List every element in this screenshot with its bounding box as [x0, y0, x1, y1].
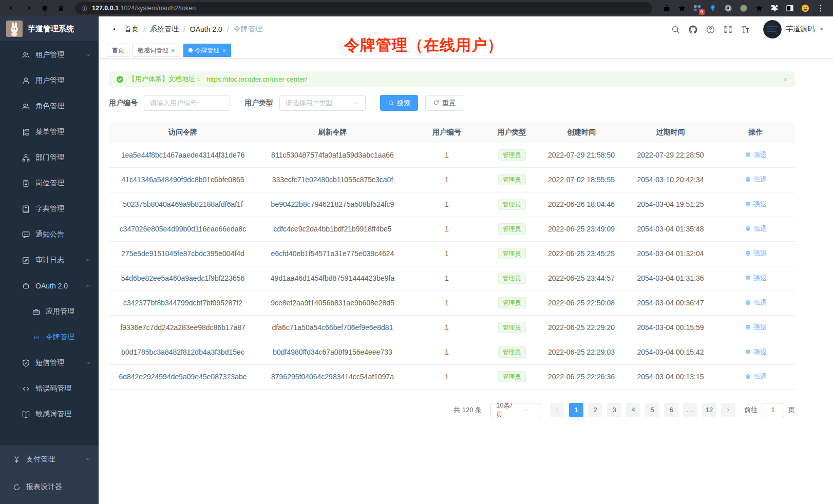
- cell-expire-time: 2022-07-29 22:28:50: [624, 143, 716, 167]
- force-logout-button[interactable]: 强退: [745, 298, 767, 307]
- page-button[interactable]: 5: [645, 403, 659, 417]
- sidebar-item-error-code[interactable]: 错误码管理: [0, 376, 99, 401]
- font-size-icon[interactable]: [741, 25, 750, 34]
- table-row: 6d842e2924594de9a09e45e087323abe8796295f…: [109, 364, 795, 389]
- breadcrumb-item[interactable]: OAuth 2.0: [190, 25, 222, 33]
- alert-close-icon[interactable]: ×: [783, 75, 788, 84]
- cell-user-type: 管理员: [485, 315, 538, 340]
- emoji-face-icon[interactable]: [800, 3, 810, 13]
- force-logout-button[interactable]: 强退: [745, 323, 767, 332]
- page-button[interactable]: 12: [702, 403, 716, 417]
- cell-refresh-token: 333ecfc71e02480cb11055c875c3ca0f: [257, 167, 408, 192]
- sidebar-item-label: 岗位管理: [35, 179, 91, 188]
- page-button[interactable]: 4: [626, 403, 640, 417]
- tab-close-icon[interactable]: ×: [222, 47, 226, 54]
- force-logout-button[interactable]: 强退: [745, 347, 767, 357]
- extension-grid-icon[interactable]: 9: [692, 3, 703, 13]
- sidebar-item-user[interactable]: 用户管理: [0, 68, 99, 93]
- goto-page-input[interactable]: [762, 403, 784, 417]
- cell-actions: 强退: [716, 192, 795, 217]
- sidebar-item-audit[interactable]: 审计日志: [0, 247, 99, 273]
- user-type-tag: 管理员: [498, 223, 526, 235]
- page-button[interactable]: 6: [664, 403, 678, 417]
- help-icon[interactable]: [706, 25, 715, 34]
- sidebar-item-tenant[interactable]: 租户管理: [0, 42, 99, 68]
- chevron-down-icon: [353, 100, 359, 106]
- sidebar-item-token[interactable]: 令牌管理: [0, 324, 99, 350]
- sidebar-item-oauth[interactable]: OAuth 2.0: [0, 273, 99, 299]
- user-type-select[interactable]: 请选择用户类型: [279, 95, 366, 111]
- tab-label: 令牌管理: [195, 46, 220, 55]
- table-row: 41c41346a548490f9dc8b01c6bfe0865333ecfc7…: [109, 167, 795, 192]
- user-id-input[interactable]: [144, 95, 230, 111]
- sidebar-item-menu-tree[interactable]: 菜单管理: [0, 119, 99, 145]
- browser-reload-icon[interactable]: [38, 2, 51, 15]
- fullscreen-icon[interactable]: [723, 25, 733, 34]
- gem-icon[interactable]: [708, 3, 718, 13]
- force-logout-button[interactable]: 强退: [745, 249, 767, 258]
- sidebar-item-dict[interactable]: 字典管理: [0, 196, 99, 222]
- page-ellipsis[interactable]: ...: [683, 403, 697, 417]
- page-button[interactable]: 3: [607, 403, 621, 417]
- breadcrumb-item: 令牌管理: [234, 25, 262, 34]
- page-button[interactable]: 2: [588, 403, 602, 417]
- sidebar-item-notice[interactable]: 通知公告: [0, 222, 99, 247]
- tab-close-icon[interactable]: ×: [171, 47, 175, 54]
- tab-page[interactable]: 敏感词管理×: [132, 44, 180, 57]
- tab-page[interactable]: 令牌管理×: [183, 44, 232, 57]
- chevron-down-icon: [85, 456, 91, 462]
- browser-back-icon[interactable]: [5, 2, 18, 15]
- search-button[interactable]: 搜索: [380, 95, 418, 111]
- cell-refresh-token: 811c530487574fa0af1a59d3abc1aa66: [257, 143, 408, 167]
- site-info-icon[interactable]: [81, 5, 88, 12]
- sidebar-item-sms[interactable]: 短信管理: [0, 350, 99, 376]
- sidebar-item-sensitive-word[interactable]: 敏感词管理: [0, 401, 99, 427]
- sidebar-collapse-icon[interactable]: [99, 16, 124, 42]
- next-page-button[interactable]: [721, 403, 735, 417]
- breadcrumb-item[interactable]: 首页: [124, 25, 139, 34]
- sidebar-item-dept[interactable]: 部门管理: [0, 145, 99, 170]
- cell-create-time: 2022-06-25 23:45:25: [538, 241, 624, 266]
- force-logout-label: 强退: [753, 200, 767, 209]
- browser-menu-kebab-icon[interactable]: [816, 3, 826, 13]
- prev-page-button[interactable]: [550, 403, 564, 417]
- force-logout-button[interactable]: 强退: [745, 224, 767, 234]
- sidebar-item-label: 敏感词管理: [35, 410, 91, 419]
- bookmark-star-icon[interactable]: [677, 3, 687, 13]
- page-size-select[interactable]: 10条/页: [490, 403, 540, 417]
- force-logout-button[interactable]: 强退: [745, 274, 767, 283]
- puzzle-icon[interactable]: [769, 3, 780, 13]
- reset-button[interactable]: 重置: [425, 95, 463, 111]
- sidebar-item-pay[interactable]: 支付管理: [0, 445, 99, 473]
- cell-user-type: 管理员: [485, 217, 538, 241]
- active-tab-dot: [188, 48, 193, 52]
- command-circle-icon[interactable]: [723, 3, 733, 13]
- force-logout-button[interactable]: 强退: [745, 200, 767, 209]
- alert-doc-link[interactable]: https://doc.iocoder.cn/user-center/: [206, 75, 307, 83]
- trash-icon: [745, 324, 751, 331]
- sidebar-item-report[interactable]: 报表设计器: [0, 473, 99, 501]
- force-logout-button[interactable]: 强退: [745, 372, 767, 381]
- browser-forward-icon[interactable]: [22, 2, 35, 15]
- tab-home[interactable]: 首页: [107, 44, 129, 57]
- sidebar-item-app[interactable]: 应用管理: [0, 299, 99, 324]
- page-button[interactable]: 1: [569, 403, 583, 417]
- sidebar-item-post[interactable]: 岗位管理: [0, 170, 99, 196]
- breadcrumb-item[interactable]: 系统管理: [150, 25, 179, 34]
- user-menu[interactable]: 芋道源码: [763, 20, 825, 38]
- address-bar[interactable]: 127.0.0.1:1024/system/oauth2/token: [75, 2, 652, 14]
- force-logout-button[interactable]: 强退: [745, 150, 767, 160]
- success-check-icon: [116, 75, 124, 83]
- force-logout-button[interactable]: 强退: [745, 175, 767, 184]
- green-star-icon[interactable]: [754, 3, 764, 13]
- github-icon[interactable]: [688, 25, 698, 34]
- browser-home-icon[interactable]: [54, 2, 68, 15]
- cell-create-time: 2022-07-29 21:58:50: [538, 143, 624, 167]
- green-dot-circle-icon[interactable]: [739, 3, 749, 13]
- split-panel-icon[interactable]: [785, 3, 795, 13]
- search-icon[interactable]: [671, 25, 680, 34]
- app-logo[interactable]: 芋道管理系统: [0, 16, 99, 41]
- column-header: 创建时间: [538, 122, 624, 143]
- share-icon[interactable]: [661, 3, 672, 13]
- sidebar-item-role[interactable]: 角色管理: [0, 93, 99, 119]
